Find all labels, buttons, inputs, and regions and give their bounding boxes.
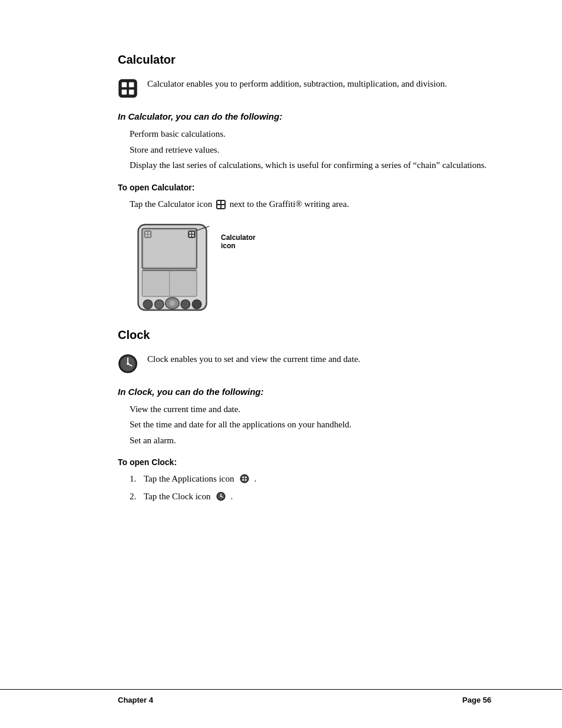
- svg-rect-25: [146, 235, 147, 236]
- list-item: Set the time and date for all the applic…: [130, 418, 491, 431]
- step-number: 1.: [130, 472, 140, 486]
- calculator-to-open-label: To open Calculator:: [118, 183, 491, 192]
- svg-rect-2: [129, 83, 134, 88]
- svg-rect-0: [119, 80, 137, 97]
- calculator-can-do-heading: In Calculator, you can do the following:: [118, 111, 491, 121]
- to-open-text: Tap the Calculator icon: [130, 199, 212, 209]
- svg-rect-1: [122, 83, 127, 88]
- clock-can-do-heading: In Clock, you can do the following:: [118, 387, 491, 397]
- list-item: Display the last series of calculations,…: [130, 159, 491, 172]
- clock-app-icon: [118, 354, 139, 375]
- svg-rect-8: [217, 205, 220, 208]
- to-open-text2: next to the Graffiti® writing area.: [230, 199, 349, 209]
- calculator-intro-row: Calculator enables you to perform additi…: [118, 77, 491, 100]
- calculator-app-icon: [118, 78, 139, 100]
- step-text: Tap the Applications icon: [144, 472, 234, 486]
- calculator-section: Calculator Calculator enables you to per…: [118, 53, 491, 307]
- svg-point-17: [155, 299, 164, 308]
- list-item: Perform basic calculations.: [130, 127, 491, 141]
- svg-point-48: [220, 496, 221, 497]
- clock-section: Clock Clock enables you to set and view …: [118, 328, 491, 504]
- footer-page: Page 56: [462, 696, 491, 704]
- list-item: Set an alarm.: [130, 434, 491, 447]
- svg-point-19: [170, 300, 176, 306]
- svg-rect-43: [244, 479, 246, 481]
- clock-step-1: 1. Tap the Applications icon .: [130, 472, 491, 486]
- device-diagram-area: Calculatoricon: [130, 222, 491, 307]
- svg-point-16: [143, 299, 152, 308]
- page-footer: Chapter 4 Page 56: [0, 689, 562, 704]
- calculator-title: Calculator: [118, 53, 491, 67]
- svg-point-20: [181, 299, 190, 308]
- clock-steps-list: 1. Tap the Applications icon . 2.: [130, 472, 491, 503]
- svg-rect-23: [146, 232, 147, 233]
- svg-point-39: [241, 476, 247, 482]
- svg-rect-42: [242, 479, 244, 481]
- calculator-features-list: Perform basic calculations. Store and re…: [130, 127, 491, 172]
- pda-device-diagram: [130, 222, 215, 307]
- clock-step-2: 2. Tap the Clock icon .: [130, 489, 491, 503]
- svg-rect-29: [192, 232, 194, 233]
- clock-title: Clock: [118, 328, 491, 342]
- calculator-description: Calculator enables you to perform additi…: [147, 77, 447, 91]
- clock-intro-row: Clock enables you to set and view the cu…: [118, 353, 491, 375]
- svg-point-37: [127, 363, 129, 365]
- list-item: Store and retrieve values.: [130, 143, 491, 157]
- clock-description: Clock enables you to set and view the cu…: [147, 353, 361, 366]
- step-text: Tap the Clock icon: [144, 489, 211, 503]
- inline-applications-icon: [239, 473, 250, 484]
- svg-rect-31: [192, 235, 194, 236]
- svg-rect-6: [217, 201, 220, 204]
- svg-rect-4: [129, 90, 134, 95]
- step-text-after: .: [254, 472, 257, 486]
- svg-rect-28: [190, 232, 191, 233]
- inline-clock-icon: [216, 491, 226, 502]
- svg-rect-3: [122, 90, 127, 95]
- svg-rect-24: [148, 232, 150, 233]
- svg-rect-27: [189, 230, 196, 238]
- callout-label-container: Calculatoricon: [221, 222, 256, 250]
- step-text-after: .: [231, 489, 233, 503]
- svg-rect-22: [144, 230, 151, 238]
- list-item: View the current time and date.: [130, 403, 491, 416]
- svg-rect-30: [190, 235, 191, 236]
- svg-rect-41: [244, 476, 246, 478]
- step-number: 2.: [130, 489, 140, 503]
- svg-rect-26: [148, 235, 150, 236]
- calculator-to-open-instructions: Tap the Calculator icon next to the Graf…: [130, 197, 491, 211]
- inline-calculator-icon: [216, 199, 226, 210]
- svg-rect-40: [242, 476, 244, 478]
- svg-rect-12: [144, 230, 195, 266]
- footer-chapter: Chapter 4: [118, 696, 153, 704]
- clock-to-open-label: To open Clock:: [118, 457, 491, 467]
- callout-label: Calculatoricon: [221, 233, 256, 250]
- clock-features-list: View the current time and date. Set the …: [130, 403, 491, 447]
- svg-rect-9: [222, 205, 224, 208]
- svg-point-21: [192, 299, 201, 308]
- svg-rect-7: [222, 201, 224, 204]
